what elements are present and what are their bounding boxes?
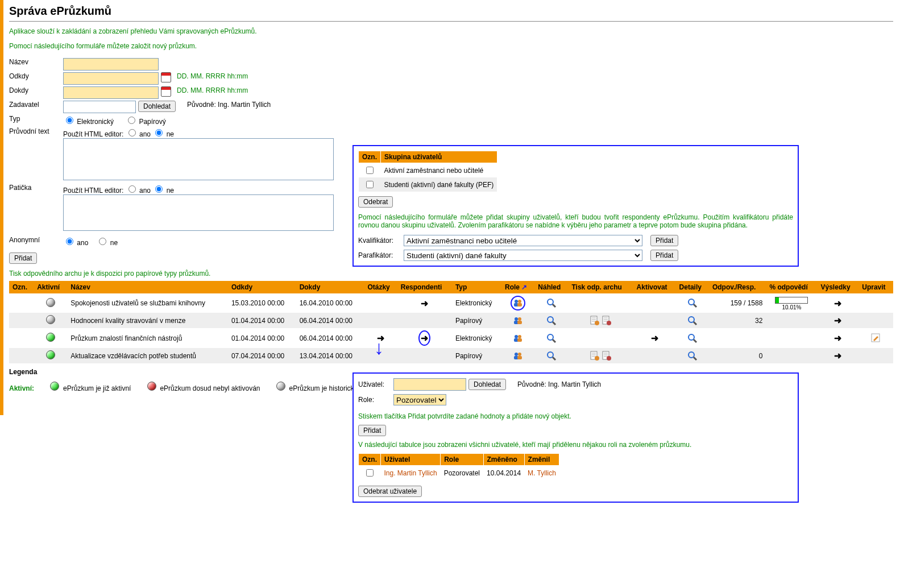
legend-active-label: Aktivní: — [9, 384, 34, 392]
progress-pct: 10.01% — [769, 304, 814, 310]
radio-electronic[interactable]: Elektronický — [63, 115, 114, 126]
add-paraf-button[interactable]: Přidat — [650, 250, 678, 261]
roles-icon[interactable] — [513, 351, 523, 359]
groups-help: Pomocí následujícího formuláře můžete př… — [358, 213, 793, 229]
radio-yes[interactable]: ano — [63, 236, 88, 247]
submitter-input[interactable] — [63, 101, 136, 113]
preview-icon[interactable] — [546, 334, 557, 342]
add-qualifier-button[interactable]: Přidat — [650, 235, 678, 246]
origin-prefix: Původně: — [517, 380, 546, 388]
respondents-arrow-circled-icon[interactable]: ➜ — [418, 330, 430, 346]
results-arrow-icon[interactable]: ➜ — [834, 316, 841, 325]
roles-icon-circled[interactable] — [511, 296, 525, 310]
col-16: Upravit — [858, 281, 893, 293]
user-input[interactable] — [393, 378, 466, 391]
survey-type: Elektronický — [452, 328, 501, 348]
radio-no[interactable]: ne — [152, 187, 174, 194]
download-sheet-icon[interactable] — [602, 351, 612, 359]
date-hint: DD. MM. RRRR hh:mm — [177, 86, 248, 94]
details-icon[interactable] — [687, 351, 698, 359]
calendar-icon[interactable] — [161, 72, 171, 82]
results-arrow-icon[interactable]: ➜ — [834, 333, 841, 343]
print-sheet-icon[interactable] — [590, 351, 600, 359]
search-button[interactable]: Dohledat — [138, 101, 176, 112]
activate-arrow-icon[interactable]: ➜ — [651, 333, 658, 343]
to-date: 06.04.2014 00:00 — [296, 328, 364, 348]
origin-name: Ing. Martin Tyllich — [548, 380, 601, 388]
questions-arrow-icon[interactable]: ➜ — [377, 333, 384, 343]
progress-bar — [775, 297, 808, 304]
search-button[interactable]: Dohledat — [468, 379, 506, 390]
origin-name: Ing. Martin Tyllich — [218, 101, 271, 109]
label-anonymous: Anonymní — [9, 236, 63, 244]
preview-icon[interactable] — [546, 299, 557, 307]
label-footer: Patička — [9, 184, 63, 192]
to-date: 16.04.2010 00:00 — [296, 293, 364, 313]
label-type: Typ — [9, 115, 63, 123]
details-icon[interactable] — [687, 316, 698, 324]
col-13: Odpov./Resp. — [709, 281, 766, 293]
to-input[interactable] — [63, 86, 159, 99]
calendar-icon[interactable] — [161, 86, 171, 97]
dot-red-icon — [147, 382, 156, 391]
label-role: Role: — [358, 396, 393, 404]
from-input[interactable] — [63, 72, 159, 85]
footer-textarea[interactable] — [63, 194, 334, 231]
survey-name: Spokojenosti uživatelů se službami kniho… — [67, 293, 228, 313]
role-select[interactable]: Pozorovatel — [393, 394, 446, 405]
groups-table: Ozn.Skupina uživatelů Aktivní zaměstnanc… — [358, 151, 497, 192]
results-arrow-icon[interactable]: ➜ — [834, 299, 841, 308]
th-mark: Ozn. — [359, 151, 381, 163]
roles-icon[interactable] — [513, 316, 523, 324]
survey-type: Elektronický — [452, 293, 501, 313]
label-name: Název — [9, 58, 63, 66]
preview-icon[interactable] — [546, 351, 557, 359]
paraf-select[interactable]: Studenti (aktivní) dané fakulty — [404, 250, 642, 261]
from-date: 01.04.2014 00:00 — [228, 328, 296, 348]
paper-note: Tisk odpovědního archu je k dispozici pr… — [9, 270, 893, 278]
survey-name: Průzkum znalostí finančních nástrojů — [67, 328, 228, 348]
print-sheet-icon[interactable] — [590, 316, 600, 324]
col-1: Aktivní — [34, 281, 67, 293]
preview-icon[interactable] — [546, 316, 557, 324]
col-15: Výsledky — [818, 281, 859, 293]
col-3: Odkdy — [228, 281, 296, 293]
roles-icon[interactable] — [513, 334, 523, 342]
col-0: Ozn. — [9, 281, 34, 293]
results-arrow-icon[interactable]: ➜ — [834, 351, 841, 361]
label-from: Odkdy — [9, 72, 63, 80]
answers-count: 0 — [709, 348, 766, 363]
col-6: Respondenti — [397, 281, 452, 293]
html-editor-label: Použít HTML editor: — [63, 187, 123, 194]
col-4: Dokdy — [296, 281, 364, 293]
groups-popup: Ozn.Skupina uživatelů Aktivní zaměstnanc… — [352, 145, 799, 267]
name-input[interactable] — [63, 58, 159, 71]
dot-grey-icon — [276, 382, 285, 391]
radio-yes[interactable]: ano — [126, 130, 151, 138]
group-checkbox[interactable] — [366, 167, 374, 174]
edit-icon[interactable] — [871, 334, 881, 342]
radio-no[interactable]: ne — [152, 130, 174, 138]
radio-yes[interactable]: ano — [126, 187, 151, 194]
radio-paper[interactable]: Papírový — [125, 115, 166, 126]
group-checkbox[interactable] — [366, 181, 374, 188]
legend-red-text: ePrůzkum dosud nebyl aktivován — [160, 384, 260, 392]
intro-text-2: Pomocí následujícího formuláře můžete za… — [9, 42, 893, 50]
col-10: Tisk odp. archu — [568, 281, 633, 293]
legend-grey-text: ePrůzkum je historický — [289, 384, 358, 392]
radio-no[interactable]: ne — [96, 236, 118, 247]
remove-button[interactable]: Odebrat — [358, 196, 393, 208]
col-8: Role ↗ — [501, 281, 534, 293]
label-cover: Průvodní text — [9, 127, 63, 135]
col-11: Aktivovat — [633, 281, 676, 293]
download-sheet-icon[interactable] — [602, 316, 612, 324]
status-dot-icon — [46, 333, 55, 342]
add-button[interactable]: Přidat — [9, 252, 37, 264]
details-icon[interactable] — [687, 299, 698, 307]
col-2: Název — [67, 281, 228, 293]
label-to: Dokdy — [9, 86, 63, 94]
respondents-arrow-icon[interactable]: ➜ — [421, 299, 428, 308]
cover-textarea[interactable] — [63, 138, 334, 180]
details-icon[interactable] — [687, 334, 698, 342]
qualifier-select[interactable]: Aktivní zaměstnanci nebo učitelé — [404, 235, 642, 246]
